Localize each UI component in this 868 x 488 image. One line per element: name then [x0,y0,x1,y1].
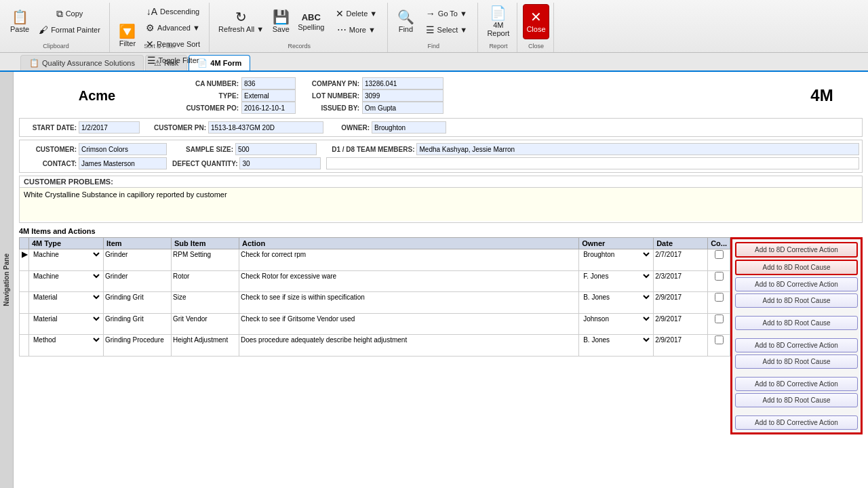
save-button[interactable]: 💾 Save [269,4,293,39]
row-2-sub-item[interactable] [172,270,239,283]
row-3-owner[interactable]: B. Jones [579,292,654,304]
row-5-action[interactable] [239,335,579,347]
row-3-check[interactable] [708,292,730,304]
more-button[interactable]: ⋯ More ▼ [329,22,383,37]
add-corrective-btn-4[interactable]: Add to 8D Corrective Action [735,377,858,391]
format-painter-button[interactable]: 🖌 Format Painter [34,22,105,37]
go-to-button[interactable]: → Go To ▼ [419,6,473,21]
row-4-checkbox[interactable] [715,314,724,323]
row-3-sub-item[interactable] [172,292,239,304]
row-2-owner[interactable]: F. Jones [579,270,654,283]
row-4-action-input[interactable] [241,315,577,323]
select-button[interactable]: ☰ Select ▼ [419,22,473,37]
row-3-type[interactable]: Material Machine Method [29,292,104,304]
row-5-sub-input[interactable] [173,336,237,344]
row-5-sub-item[interactable] [172,335,239,347]
close-button[interactable]: ✕ Close [523,4,549,39]
row-1-action[interactable] [239,249,579,262]
row-4-sub-item[interactable] [172,313,239,325]
customer-po-input[interactable] [241,102,296,114]
row-1-checkbox[interactable] [715,250,724,259]
row-5-type-select[interactable]: Method Machine Material [31,336,102,344]
row-5-date[interactable] [654,335,708,347]
row-4-date[interactable] [654,313,708,325]
row-4-action[interactable] [239,313,579,325]
row-1-action-input[interactable] [241,251,577,258]
row-3-action[interactable] [239,292,579,304]
row-2-item-input[interactable] [105,272,170,280]
row-1-date-input[interactable] [655,251,706,258]
row-3-owner-select[interactable]: B. Jones [580,293,652,302]
ca-number-input[interactable] [241,77,296,89]
row-1-sub-input[interactable] [173,251,237,258]
row-1-item-input[interactable] [105,251,170,258]
row-1-date[interactable] [654,249,708,262]
add-corrective-btn-3[interactable]: Add to 8D Corrective Action [735,338,858,352]
row-3-checkbox[interactable] [715,293,724,302]
company-pn-input[interactable] [362,77,443,89]
row-5-checkbox[interactable] [715,336,724,344]
row-4-type[interactable]: Material Machine Method [29,313,104,325]
defect-qty-input[interactable] [239,157,321,169]
row-5-owner[interactable]: B. Jones [579,335,654,347]
descending-button[interactable]: ↓A Descending [141,4,205,19]
owner-input[interactable] [372,121,446,134]
row-4-type-select[interactable]: Material Machine Method [31,314,102,323]
row-5-item-input[interactable] [105,336,170,344]
row-1-owner-select[interactable]: Broughton [580,250,652,259]
customer-pn-input[interactable] [208,121,323,134]
delete-button[interactable]: ✕ Delete ▼ [329,6,383,21]
sample-size-input[interactable] [235,143,317,155]
row-3-sub-input[interactable] [173,293,237,301]
row-2-item[interactable] [104,270,172,283]
row-2-date-input[interactable] [655,272,706,280]
row-4-owner[interactable]: Johnson [579,313,654,325]
row-4-item[interactable] [104,313,172,325]
row-4-date-input[interactable] [655,315,706,323]
start-date-input[interactable] [79,121,140,134]
row-5-date-input[interactable] [655,336,706,344]
customer-input[interactable] [79,143,167,155]
add-root-btn-2[interactable]: Add to 8D Root Cause [735,293,858,308]
advanced-button[interactable]: ⚙ Advanced ▼ [141,20,205,35]
row-5-type[interactable]: Method Machine Material [29,335,104,347]
spelling-button[interactable]: ABC Spelling [294,4,328,39]
4m-report-button[interactable]: 📄 4MReport [484,4,513,39]
d1d8-input[interactable] [416,143,859,155]
row-1-check[interactable] [708,249,730,262]
add-root-btn-1[interactable]: Add to 8D Root Cause [735,260,858,275]
find-button[interactable]: 🔍 Find [393,4,418,39]
toggle-filter-button[interactable]: ☰ Toggle Filter [141,53,205,68]
row-2-date[interactable] [654,270,708,283]
add-corrective-btn-5[interactable]: Add to 8D Corrective Action [735,415,858,430]
add-corrective-btn-2[interactable]: Add to 8D Corrective Action [735,277,858,291]
contact-input[interactable] [79,157,167,169]
row-3-item-input[interactable] [105,293,170,301]
row-3-date-input[interactable] [655,293,706,301]
issued-by-input[interactable] [362,102,443,114]
row-1-type[interactable]: Machine Material Method Man [29,249,104,262]
refresh-all-button[interactable]: ↻ Refresh All ▼ [215,4,267,39]
paste-button[interactable]: 📋 Paste [7,4,33,39]
row-2-check[interactable] [708,270,730,283]
row-3-action-input[interactable] [241,293,577,301]
row-2-type[interactable]: Machine Material Method [29,270,104,283]
type-input[interactable] [241,89,296,102]
row-2-owner-select[interactable]: F. Jones [580,272,652,281]
row-2-type-select[interactable]: Machine Material Method [31,272,102,281]
row-3-item[interactable] [104,292,172,304]
row-1-type-select[interactable]: Machine Material Method Man [31,250,102,259]
row-4-item-input[interactable] [105,315,170,323]
row-1-sub-item[interactable] [172,249,239,262]
row-4-owner-select[interactable]: Johnson [580,314,652,323]
row-5-action-input[interactable] [241,336,577,344]
add-root-btn-5[interactable]: Add to 8D Root Cause [735,393,858,407]
add-corrective-btn-1[interactable]: Add to 8D Corrective Action [735,242,858,258]
row-4-check[interactable] [708,313,730,325]
problems-textarea[interactable]: White Crystalline Substance in capillory… [20,187,862,221]
row-2-action[interactable] [239,270,579,283]
row-4-sub-input[interactable] [173,315,237,323]
row-1-item[interactable] [104,249,172,262]
row-2-sub-input[interactable] [173,272,237,280]
copy-button[interactable]: ⧉ Copy [34,6,105,21]
